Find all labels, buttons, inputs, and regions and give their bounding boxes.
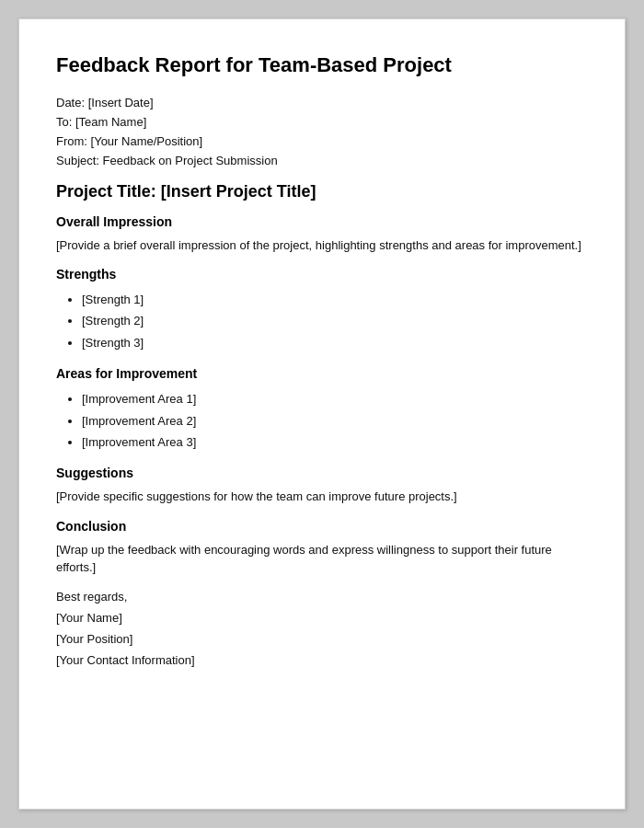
body-suggestions: [Provide specific suggestions for how th…	[56, 488, 588, 506]
heading-overall-impression: Overall Impression	[56, 214, 588, 229]
closing-name: [Your Name]	[56, 611, 588, 625]
improvement-item-2: [Improvement Area 2]	[82, 410, 588, 431]
strength-item-2: [Strength 2]	[82, 310, 588, 331]
heading-strengths: Strengths	[56, 267, 588, 282]
section-areas-for-improvement: Areas for Improvement [Improvement Area …	[56, 366, 588, 453]
improvement-item-1: [Improvement Area 1]	[82, 388, 588, 409]
improvement-item-3: [Improvement Area 3]	[82, 431, 588, 453]
section-overall-impression: Overall Impression [Provide a brief over…	[56, 214, 588, 255]
from-line: From: [Your Name/Position]	[56, 134, 588, 148]
heading-areas-for-improvement: Areas for Improvement	[56, 366, 588, 381]
project-title: Project Title: [Insert Project Title]	[56, 182, 588, 201]
heading-suggestions: Suggestions	[56, 466, 588, 480]
main-title: Feedback Report for Team-Based Project	[56, 52, 588, 79]
heading-conclusion: Conclusion	[56, 519, 588, 534]
strengths-list: [Strength 1] [Strength 2] [Strength 3]	[82, 289, 588, 353]
body-conclusion: [Wrap up the feedback with encouraging w…	[56, 541, 588, 577]
section-conclusion: Conclusion [Wrap up the feedback with en…	[56, 519, 588, 577]
improvement-list: [Improvement Area 1] [Improvement Area 2…	[82, 388, 588, 453]
subject-line: Subject: Feedback on Project Submission	[56, 154, 588, 167]
body-overall-impression: [Provide a brief overall impression of t…	[56, 236, 588, 255]
document-page: Feedback Report for Team-Based Project D…	[18, 18, 626, 810]
to-line: To: [Team Name]	[56, 115, 588, 129]
date-line: Date: [Insert Date]	[56, 96, 588, 109]
closing-position: [Your Position]	[56, 632, 588, 646]
strength-item-3: [Strength 3]	[82, 332, 588, 353]
section-strengths: Strengths [Strength 1] [Strength 2] [Str…	[56, 267, 588, 353]
strength-item-1: [Strength 1]	[82, 289, 588, 310]
closing-regards: Best regards,	[56, 590, 588, 604]
closing-contact: [Your Contact Information]	[56, 653, 588, 667]
section-suggestions: Suggestions [Provide specific suggestion…	[56, 466, 588, 506]
